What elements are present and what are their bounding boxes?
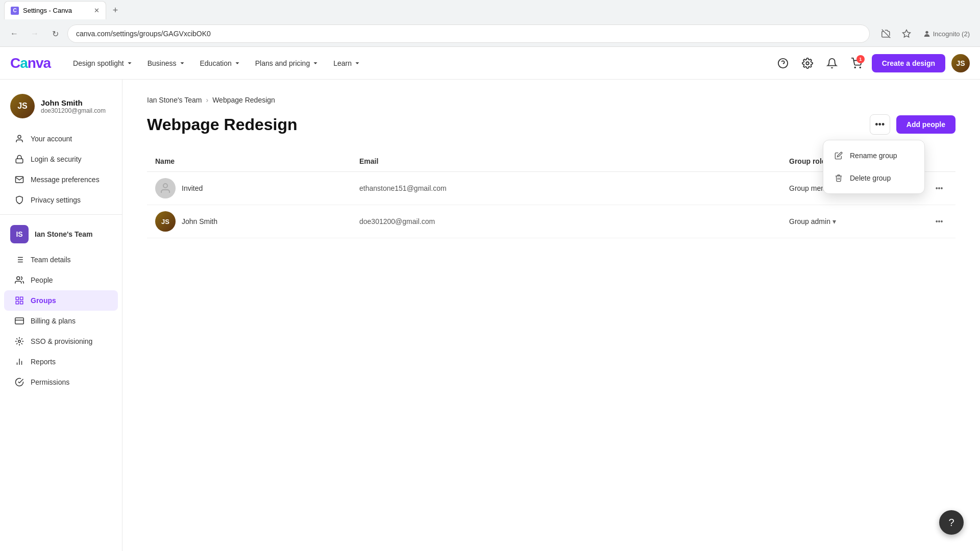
row-more-btn-john[interactable]: ••• bbox=[931, 213, 947, 230]
nav-education[interactable]: Education bbox=[194, 55, 247, 71]
member-email-john: doe301200@gmail.com bbox=[359, 217, 789, 226]
team-name: Ian Stone's Team bbox=[35, 230, 93, 238]
row-more-btn-invited[interactable]: ••• bbox=[931, 180, 947, 196]
sidebar-team-header[interactable]: IS Ian Stone's Team bbox=[0, 219, 122, 249]
chat-icon: ? bbox=[948, 517, 954, 529]
sidebar-item-billing[interactable]: Billing & plans bbox=[4, 311, 118, 331]
svg-rect-20 bbox=[16, 302, 18, 304]
address-bar[interactable]: canva.com/settings/groups/GAGVxcibOK0 bbox=[67, 24, 870, 43]
sidebar-label-reports: Reports bbox=[31, 358, 56, 366]
billing-icon bbox=[14, 316, 24, 326]
browser-chrome: C Settings - Canva ✕ + ← → ↻ canva.com/s… bbox=[0, 0, 980, 47]
svg-rect-9 bbox=[16, 159, 23, 163]
tab-close-btn[interactable]: ✕ bbox=[94, 7, 100, 14]
sidebar-label-privacy: Privacy settings bbox=[31, 196, 81, 204]
breadcrumb-parent[interactable]: Ian Stone's Team bbox=[147, 96, 202, 104]
pencil-icon bbox=[834, 151, 844, 161]
svg-point-23 bbox=[18, 340, 21, 343]
nav-learn[interactable]: Learn bbox=[327, 55, 367, 71]
main-content: Ian Stone's Team › Webpage Redesign Webp… bbox=[122, 80, 980, 551]
role-cell-john: Group admin ▾ bbox=[789, 217, 917, 226]
member-cell-john: JS John Smith bbox=[155, 211, 359, 232]
member-name-john: John Smith bbox=[182, 217, 217, 226]
role-label-john: Group admin bbox=[789, 217, 830, 226]
sidebar-label-billing: Billing & plans bbox=[31, 317, 76, 325]
new-tab-btn[interactable]: + bbox=[108, 3, 122, 17]
sso-icon bbox=[14, 336, 24, 346]
user-avatar-header[interactable]: JS bbox=[951, 54, 970, 72]
sidebar-item-privacy-settings[interactable]: Privacy settings bbox=[4, 190, 118, 210]
sidebar-user-name: John Smith bbox=[41, 98, 106, 107]
more-options-btn[interactable]: ••• bbox=[870, 114, 890, 135]
sidebar-item-people[interactable]: People bbox=[4, 270, 118, 290]
sidebar-user-avatar[interactable]: JS bbox=[10, 94, 35, 118]
sidebar-user-email: doe301200@gmail.com bbox=[41, 107, 106, 114]
sidebar-item-your-account[interactable]: Your account bbox=[4, 129, 118, 149]
back-btn[interactable]: ← bbox=[6, 26, 22, 42]
nav-items: Design spotlight Business Education Plan… bbox=[67, 55, 774, 71]
sidebar-label-groups: Groups bbox=[31, 296, 56, 305]
sidebar-item-team-details[interactable]: Team details bbox=[4, 249, 118, 270]
lock-icon bbox=[14, 154, 24, 164]
canva-logo[interactable]: Canva bbox=[10, 55, 51, 71]
dropdown-rename-group[interactable]: Rename group bbox=[823, 144, 924, 167]
svg-point-8 bbox=[18, 135, 21, 138]
notifications-btn[interactable] bbox=[823, 54, 841, 72]
sidebar-item-reports[interactable]: Reports bbox=[4, 352, 118, 372]
member-email-invited: ethanstone151@gmail.com bbox=[359, 184, 789, 192]
col-email: Email bbox=[359, 157, 789, 165]
active-tab[interactable]: C Settings - Canva ✕ bbox=[4, 1, 106, 19]
sidebar-item-login-security[interactable]: Login & security bbox=[4, 149, 118, 169]
url-text: canva.com/settings/groups/GAGVxcibOK0 bbox=[76, 30, 211, 38]
person-icon bbox=[14, 134, 24, 144]
list-icon bbox=[14, 255, 24, 265]
svg-rect-17 bbox=[16, 297, 18, 299]
dropdown-delete-label: Delete group bbox=[850, 174, 891, 182]
check-circle-icon bbox=[14, 377, 24, 387]
sidebar-item-permissions[interactable]: Permissions bbox=[4, 372, 118, 392]
sidebar-label-team-details: Team details bbox=[31, 256, 71, 264]
create-design-btn[interactable]: Create a design bbox=[872, 54, 945, 72]
nav-business[interactable]: Business bbox=[141, 55, 192, 71]
forward-btn[interactable]: → bbox=[27, 26, 43, 42]
sidebar-user-section: JS John Smith doe301200@gmail.com bbox=[0, 88, 122, 129]
team-section: Team details People Groups Billing & pla… bbox=[0, 249, 122, 392]
nav-plans-pricing[interactable]: Plans and pricing bbox=[249, 55, 325, 71]
sidebar-item-message-preferences[interactable]: Message preferences bbox=[4, 169, 118, 190]
table-row: JS John Smith doe301200@gmail.com Group … bbox=[147, 205, 955, 238]
account-section: Your account Login & security Message pr… bbox=[0, 129, 122, 210]
team-avatar: IS bbox=[10, 225, 29, 243]
add-people-btn[interactable]: Add people bbox=[896, 115, 955, 134]
chat-bubble-btn[interactable]: ? bbox=[939, 510, 964, 535]
refresh-btn[interactable]: ↻ bbox=[47, 26, 63, 42]
svg-rect-19 bbox=[20, 302, 23, 304]
settings-btn[interactable] bbox=[798, 54, 817, 72]
incognito-btn[interactable]: Incognito (2) bbox=[919, 26, 974, 42]
header-actions: 1 Create a design JS bbox=[774, 54, 970, 72]
envelope-icon bbox=[14, 174, 24, 185]
tab-favicon: C bbox=[11, 7, 19, 15]
camera-off-btn[interactable] bbox=[878, 26, 894, 42]
page-actions: ••• Add people Rename group bbox=[870, 114, 955, 135]
svg-point-27 bbox=[163, 184, 167, 188]
bookmark-btn[interactable] bbox=[898, 26, 915, 42]
nav-design-spotlight[interactable]: Design spotlight bbox=[67, 55, 139, 71]
page-header: Webpage Redesign ••• Add people Rename g… bbox=[147, 114, 955, 135]
sidebar-item-sso[interactable]: SSO & provisioning bbox=[4, 331, 118, 352]
svg-line-0 bbox=[881, 30, 890, 38]
col-name: Name bbox=[155, 157, 359, 165]
svg-rect-18 bbox=[20, 297, 23, 299]
sidebar-item-groups[interactable]: Groups bbox=[4, 290, 118, 311]
dropdown-rename-label: Rename group bbox=[850, 152, 897, 160]
chart-icon bbox=[14, 357, 24, 367]
sidebar-label-permissions: Permissions bbox=[31, 378, 69, 386]
shield-icon bbox=[14, 195, 24, 205]
cart-btn[interactable]: 1 bbox=[847, 54, 866, 72]
breadcrumb: Ian Stone's Team › Webpage Redesign bbox=[147, 96, 955, 104]
breadcrumb-separator: › bbox=[206, 96, 208, 104]
role-dropdown-john[interactable]: ▾ bbox=[832, 217, 836, 226]
dropdown-delete-group[interactable]: Delete group bbox=[823, 167, 924, 189]
main-layout: JS John Smith doe301200@gmail.com Your a… bbox=[0, 80, 980, 551]
cart-badge: 1 bbox=[856, 55, 865, 63]
help-btn[interactable] bbox=[774, 54, 792, 72]
